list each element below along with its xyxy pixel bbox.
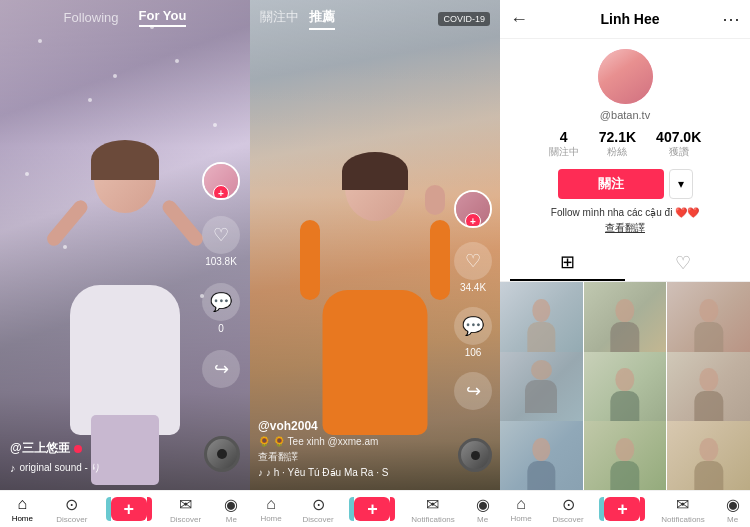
- like-icon-item[interactable]: ♡ 103.8K: [202, 216, 240, 267]
- thumb-head-9: [699, 438, 718, 461]
- nav-home-left[interactable]: ⌂ Home: [12, 495, 33, 523]
- nav-discover-mid[interactable]: ⊙ Discover: [303, 495, 334, 524]
- snowflake: [175, 59, 179, 63]
- middle-side-icons: + ♡ 34.4K 💬 106 ↪: [454, 190, 492, 410]
- heart-icon: ♡: [202, 216, 240, 254]
- discover-label-mid: Discover: [303, 515, 334, 524]
- tab-tuijian[interactable]: 推薦: [309, 8, 335, 30]
- middle-bottom-overlay: @voh2004 🌻 🌻 Tee xinh @xxme.am 查看翻譯 ♪ ♪ …: [258, 419, 445, 478]
- tab-for-you[interactable]: For You: [139, 8, 187, 27]
- thumb-head-3: [699, 299, 718, 322]
- snowflake: [213, 123, 217, 127]
- left-video-panel: Following For You + ♡ 103.8K 💬 0: [0, 0, 250, 490]
- translate-link[interactable]: 查看翻譯: [605, 221, 645, 235]
- middle-arm-right: [430, 220, 450, 300]
- middle-comment-item[interactable]: 💬 106: [454, 307, 492, 358]
- middle-comment-count: 106: [465, 347, 482, 358]
- nav-discover-right[interactable]: ⊙ Discover: [553, 495, 584, 524]
- nav-notif-right[interactable]: ✉ Notifications: [661, 495, 705, 524]
- follow-dropdown-button[interactable]: ▾: [669, 169, 693, 199]
- nav-notifications-left[interactable]: ✉ Discover: [170, 495, 201, 524]
- left-username: @三上悠亜: [10, 440, 190, 457]
- nav-notif-mid[interactable]: ✉ Notifications: [411, 495, 455, 524]
- middle-nav-section: ⌂ Home ⊙ Discover + ✉ Notifications ◉ Me: [250, 491, 500, 527]
- right-nav-section: ⌂ Home ⊙ Discover + ✉ Notifications ◉ Me: [500, 491, 750, 527]
- main-content: Following For You + ♡ 103.8K 💬 0: [0, 0, 750, 490]
- bottom-nav: ⌂ Home ⊙ Discover + ✉ Discover ◉ Me ⌂ Ho…: [0, 490, 750, 527]
- share-icon: ↪: [202, 350, 240, 388]
- add-video-button-left[interactable]: +: [111, 497, 147, 521]
- thumb-head-7: [532, 438, 551, 461]
- discover-icon-mid: ⊙: [312, 495, 325, 514]
- thumb-head-8: [616, 438, 635, 461]
- discover-icon-right: ⊙: [562, 495, 575, 514]
- thumb-person-8: [604, 438, 645, 490]
- right-header: ← Linh Hee ⋯: [500, 0, 750, 39]
- tab-liked[interactable]: ♡: [625, 245, 740, 281]
- avatar-image: [598, 49, 653, 104]
- followers-count: 72.1K: [599, 129, 636, 145]
- followers-label: 粉絲: [607, 145, 627, 159]
- creator-avatar: +: [202, 162, 240, 200]
- verified-dot: [74, 445, 82, 453]
- me-label-mid: Me: [477, 515, 488, 524]
- video-grid: 30.1K 10.4K: [500, 282, 750, 490]
- middle-person-figure: [300, 155, 450, 435]
- add-video-button-mid[interactable]: +: [354, 497, 390, 521]
- stat-followers: 72.1K 粉絲: [599, 129, 636, 159]
- follow-button[interactable]: 關注: [558, 169, 664, 199]
- middle-comment-icon: 💬: [454, 307, 492, 345]
- like-count: 103.8K: [205, 256, 237, 267]
- share-icon-item[interactable]: ↪: [202, 350, 240, 390]
- nav-home-mid[interactable]: ⌂ Home: [260, 495, 281, 523]
- nav-me-left[interactable]: ◉ Me: [224, 495, 238, 524]
- middle-share-item[interactable]: ↪: [454, 372, 492, 410]
- tab-guanzhuzhong[interactable]: 關注中: [260, 8, 299, 30]
- add-video-button-right[interactable]: +: [604, 497, 640, 521]
- nav-discover-left[interactable]: ⊙ Discover: [56, 495, 87, 524]
- left-bottom-overlay: @三上悠亜 ♪ original sound - り: [10, 440, 190, 475]
- snowflake: [113, 74, 117, 78]
- home-label-left: Home: [12, 514, 33, 523]
- thumb-person-4: [519, 360, 564, 426]
- notifications-label-left: Discover: [170, 515, 201, 524]
- tab-following[interactable]: Following: [64, 10, 119, 25]
- me-icon-right: ◉: [726, 495, 740, 514]
- video-thumb-8[interactable]: [584, 421, 667, 490]
- nav-me-mid[interactable]: ◉ Me: [476, 495, 490, 524]
- profile-avatar: [598, 49, 653, 104]
- middle-video-panel: 關注中 推薦 COVID-19 + ♡ 34.4K 💬: [250, 0, 500, 490]
- nav-home-right[interactable]: ⌂ Home: [510, 495, 531, 523]
- comment-icon-item[interactable]: 💬 0: [202, 283, 240, 334]
- more-options-button[interactable]: ⋯: [722, 8, 740, 30]
- middle-avatar-item[interactable]: +: [454, 190, 492, 228]
- me-label-right: Me: [727, 515, 738, 524]
- home-icon-right: ⌂: [516, 495, 526, 513]
- middle-music-icon: ♪: [258, 467, 263, 478]
- middle-sound-info: ♪ ♪ h · Yêu Tú Đầu Ma Ra · S: [258, 467, 445, 478]
- video-thumb-9[interactable]: [667, 421, 750, 490]
- profile-handle: @batan.tv: [600, 109, 650, 121]
- snowflake: [88, 98, 92, 102]
- middle-like-item[interactable]: ♡ 34.4K: [454, 242, 492, 293]
- person-arm-left: [44, 198, 90, 249]
- middle-translate[interactable]: 查看翻譯: [258, 450, 445, 464]
- home-icon-mid: ⌂: [266, 495, 276, 513]
- me-icon-mid: ◉: [476, 495, 490, 514]
- notif-icon-right: ✉: [676, 495, 689, 514]
- middle-heart-icon: ♡: [454, 242, 492, 280]
- discover-label-left: Discover: [56, 515, 87, 524]
- discover-icon-left: ⊙: [65, 495, 78, 514]
- home-label-mid: Home: [260, 514, 281, 523]
- avatar-icon-item[interactable]: +: [202, 162, 240, 200]
- video-thumb-7[interactable]: [500, 421, 583, 490]
- home-icon-left: ⌂: [17, 495, 27, 513]
- nav-me-right[interactable]: ◉ Me: [726, 495, 740, 524]
- thumb-body-7: [527, 461, 556, 490]
- middle-video-bg: 關注中 推薦 COVID-19 + ♡ 34.4K 💬: [250, 0, 500, 490]
- notif-label-mid: Notifications: [411, 515, 455, 524]
- notif-icon-mid: ✉: [426, 495, 439, 514]
- notif-label-right: Notifications: [661, 515, 705, 524]
- tab-videos[interactable]: ⊞: [510, 245, 625, 281]
- back-button[interactable]: ←: [510, 9, 528, 30]
